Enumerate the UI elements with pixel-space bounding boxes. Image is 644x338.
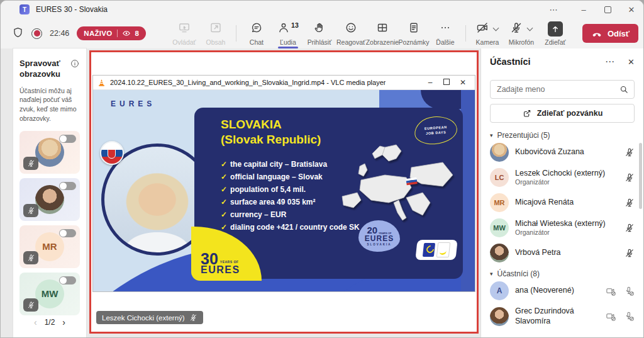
microphone-button[interactable]: Mikrofón xyxy=(504,21,538,46)
camera-chevron-icon[interactable] xyxy=(493,25,499,31)
raise-hand-button[interactable]: Prihlásiť xyxy=(304,18,335,48)
check-icon: ✓ xyxy=(221,223,227,232)
scrollbar-thumb[interactable] xyxy=(639,143,642,209)
react-button[interactable]: Reagovať xyxy=(335,18,367,48)
chat-button[interactable]: Chat xyxy=(241,18,272,48)
participant-initials-avatar: MR xyxy=(35,232,64,261)
check-icon: ✓ xyxy=(221,172,227,181)
manage-screen-title: Spravovať obrazovku xyxy=(19,59,66,80)
muted-mic-icon xyxy=(23,204,38,217)
check-icon: ✓ xyxy=(221,210,227,219)
spotlight-toggle[interactable] xyxy=(59,276,76,284)
window-maximize-icon[interactable] xyxy=(596,1,619,18)
vlc-minimize-icon[interactable]: – xyxy=(422,78,438,87)
window-minimize-icon[interactable]: – xyxy=(572,1,596,18)
vlc-maximize-glyph xyxy=(443,79,450,85)
notes-button[interactable]: Poznámky xyxy=(398,18,430,48)
share-up-arrow-icon xyxy=(548,21,563,37)
meeting-timer: 22:46 xyxy=(50,29,69,38)
meeting-toolbar: 22:46 NAŽIVO 8 Ovládať Obsah Chat xyxy=(1,18,643,48)
window-more-icon[interactable]: ⋯ xyxy=(541,1,565,18)
panel-more-icon[interactable]: ⋯ xyxy=(605,56,615,67)
manage-screen-panel: Spravovať obrazovku Účastníci môžu aj na… xyxy=(13,48,86,337)
vlc-title: 2024.10.22_EURES_30_Living_and_working_i… xyxy=(110,79,386,86)
page-next-icon[interactable]: › xyxy=(62,317,65,327)
content-button[interactable]: Obsah xyxy=(200,18,231,48)
participant-initials-avatar: MW xyxy=(35,279,64,308)
window-close-icon[interactable]: ✕ xyxy=(619,1,643,18)
raise-hand-icon xyxy=(313,21,326,37)
people-count: 13 xyxy=(291,21,299,29)
participant-tile[interactable]: MW xyxy=(19,273,80,315)
muted-mic-icon xyxy=(189,313,197,322)
page-indicator: 1/2 xyxy=(45,318,55,327)
view-button[interactable]: Zobrazenie xyxy=(367,18,398,48)
participant-row[interactable]: MR Micajová Renáta xyxy=(490,190,635,215)
camera-off-icon xyxy=(476,21,489,37)
viewers-count: 8 xyxy=(135,30,139,37)
vlc-maximize-icon[interactable] xyxy=(438,78,455,87)
search-input[interactable] xyxy=(490,80,635,99)
check-icon: ✓ xyxy=(221,160,227,169)
avatar xyxy=(490,307,509,326)
spotlight-toggle[interactable] xyxy=(59,135,76,143)
avatar: MW xyxy=(490,218,509,237)
participant-tile[interactable] xyxy=(19,178,80,221)
participants-title: Účastníci xyxy=(490,57,530,67)
more-actions-button[interactable]: Ďalšie xyxy=(430,18,461,48)
muted-mic-icon xyxy=(625,172,635,183)
vlc-titlebar: 2024.10.22_EURES_30_Living_and_working_i… xyxy=(93,76,475,90)
participant-row[interactable]: Grec Dzurindová Slavomíra xyxy=(490,303,635,329)
attendees-section-header[interactable]: ▾ Účastníci (8) xyxy=(490,269,635,278)
window-titlebar: T EURES 30 - Slovakia ⋯ – ✕ xyxy=(1,1,643,18)
take-control-button[interactable]: Ovládať xyxy=(169,18,200,48)
participant-tile[interactable]: MR xyxy=(19,225,80,268)
collapse-caret-icon: ▾ xyxy=(490,132,493,138)
microphone-chevron-icon[interactable] xyxy=(527,25,533,31)
share-invite-button[interactable]: Zdieľať pozvánku xyxy=(490,104,635,123)
spotlight-toggle[interactable] xyxy=(59,229,76,237)
info-icon[interactable] xyxy=(70,59,80,71)
share-tray-button[interactable]: Zdieľať xyxy=(538,21,572,46)
avatar xyxy=(490,244,509,262)
leave-button[interactable]: Odísť xyxy=(582,24,638,43)
vlc-window: 2024.10.22_EURES_30_Living_and_working_i… xyxy=(92,75,475,292)
toolbar-divider xyxy=(236,25,236,42)
participant-avatar xyxy=(35,185,64,214)
mic-blocked-icon xyxy=(624,311,635,322)
participant-tile[interactable] xyxy=(19,131,80,174)
spotlight-toggle[interactable] xyxy=(59,182,76,190)
participant-row[interactable]: A ana (Neoverené) xyxy=(490,278,635,303)
participant-row[interactable]: MW Michał Wieteska (externý) Organizátor xyxy=(490,215,635,240)
people-button[interactable]: 13 Ľudia xyxy=(272,18,304,48)
page-prev-icon[interactable]: ‹ xyxy=(34,317,37,327)
participant-row[interactable]: Vrbová Petra xyxy=(490,240,635,266)
vlc-close-icon[interactable]: ✕ xyxy=(455,78,471,87)
share-content-icon xyxy=(209,21,222,37)
people-icon xyxy=(277,21,290,37)
eures-30-years-logo: 30 YEARS OF EURES xyxy=(191,227,262,281)
panel-close-icon[interactable]: ✕ xyxy=(628,57,635,67)
more-dots-icon xyxy=(439,21,452,37)
video-canvas[interactable]: EURES SLOVAKIA (Slovak Republic) ✓the ca… xyxy=(93,90,475,291)
search-icon xyxy=(619,84,629,97)
participants-panel: Účastníci ⋯ ✕ Zdieľať pozvánku ▾ Prezent… xyxy=(480,48,643,337)
hangup-phone-icon xyxy=(591,28,602,39)
participant-row[interactable]: Kubovičová Zuzana xyxy=(490,140,635,165)
live-label: NAŽIVO xyxy=(84,30,112,37)
check-icon: ✓ xyxy=(221,198,227,206)
window-title: EURES 30 - Slovakia xyxy=(36,5,108,14)
live-divider xyxy=(117,30,118,37)
camera-button[interactable]: Kamera xyxy=(470,21,504,46)
partner-logos-chip xyxy=(415,240,457,260)
tiles-pagination: ‹ 1/2 › xyxy=(13,317,86,327)
camera-blocked-icon xyxy=(606,311,616,322)
live-badge: NAŽIVO 8 xyxy=(77,26,146,40)
presenter-name-badge: Leszek Cichocki (externý) xyxy=(96,311,203,324)
gallery-grid-icon xyxy=(376,21,389,37)
eures-partner-logo xyxy=(423,243,435,257)
participant-row[interactable]: LC Leszek Cichocki (externý) Organizátor xyxy=(490,165,635,190)
collapse-caret-icon: ▾ xyxy=(490,271,493,277)
presenters-section-header[interactable]: ▾ Prezentujúci (5) xyxy=(490,131,635,140)
muted-mic-icon xyxy=(625,248,635,258)
